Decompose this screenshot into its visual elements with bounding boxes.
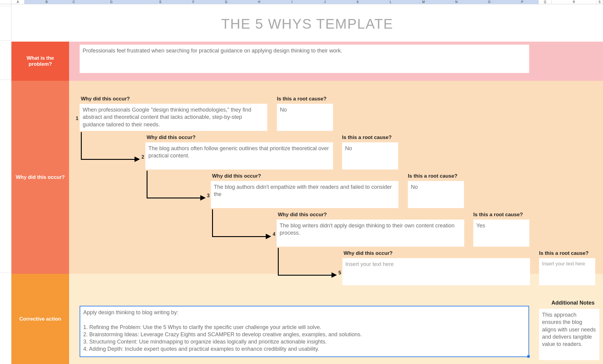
- title-band: THE 5 WHYS TEMPLATE: [11, 6, 603, 42]
- col-hdr-r[interactable]: R: [552, 0, 596, 4]
- why4-root[interactable]: Yes: [473, 220, 529, 247]
- label-why-occur: Why did this occur?: [11, 81, 69, 274]
- why2-question: Why did this occur?: [147, 135, 195, 141]
- why1-text[interactable]: When professionals Google "design thinki…: [80, 104, 267, 131]
- col-hdr-j[interactable]: J: [309, 0, 341, 4]
- row-headers: [0, 4, 11, 364]
- why5-root[interactable]: Insert your text here: [539, 258, 595, 285]
- col-hdr-p[interactable]: P: [506, 0, 539, 4]
- col-hdr-m[interactable]: M: [407, 0, 440, 4]
- why5-text[interactable]: Insert your text here: [342, 258, 530, 285]
- select-all-corner[interactable]: [0, 0, 11, 4]
- label-problem: What is the problem?: [11, 42, 69, 81]
- why4-root-question: Is this a root cause?: [473, 212, 523, 218]
- column-headers: A B C D E F G H I J K L M N O P Q R S: [0, 0, 603, 4]
- why3-text[interactable]: The blog authors didn't empathize with t…: [211, 181, 398, 208]
- col-hdr-g[interactable]: G: [210, 0, 243, 4]
- col-hdr-q[interactable]: Q: [539, 0, 552, 4]
- why5-question: Why did this occur?: [344, 250, 392, 256]
- additional-notes-heading: Additional Notes: [551, 300, 595, 306]
- why2-root-question: Is this a root cause?: [342, 135, 392, 141]
- corrective-action-text[interactable]: Apply design thinking to blog writing by…: [80, 306, 529, 357]
- sheet-content: THE 5 WHYS TEMPLATE What is the problem?…: [11, 6, 603, 364]
- why3-root-question: Is this a root cause?: [408, 173, 457, 179]
- why1-question: Why did this occur?: [81, 96, 130, 102]
- why1-num: 1: [73, 116, 78, 121]
- why5-root-question: Is this a root cause?: [539, 250, 589, 256]
- col-hdr-k[interactable]: K: [341, 0, 374, 4]
- col-hdr-c[interactable]: C: [69, 0, 79, 4]
- why4-text[interactable]: The blog writers didn't apply design thi…: [277, 220, 464, 247]
- col-hdr-l[interactable]: L: [374, 0, 407, 4]
- why5-num: 5: [336, 270, 341, 276]
- why3-question: Why did this occur?: [212, 173, 261, 179]
- why2-text[interactable]: The blog authors often follow generic ou…: [145, 142, 333, 169]
- why4-num: 4: [270, 232, 275, 237]
- why2-root[interactable]: No: [342, 142, 398, 169]
- why1-root-question: Is this a root cause?: [277, 96, 326, 102]
- why3-root[interactable]: No: [408, 181, 464, 208]
- col-hdr-b[interactable]: B: [24, 0, 69, 4]
- col-hdr-s[interactable]: S: [596, 0, 603, 4]
- col-hdr-f[interactable]: F: [177, 0, 210, 4]
- label-corrective: Corrective action: [11, 274, 69, 364]
- why2-num: 2: [139, 154, 144, 160]
- why4-question: Why did this occur?: [278, 212, 327, 218]
- additional-notes-text[interactable]: This approach ensures the blog aligns wi…: [539, 309, 599, 360]
- why1-root[interactable]: No: [277, 104, 333, 131]
- col-hdr-a[interactable]: A: [11, 0, 24, 4]
- page-title: THE 5 WHYS TEMPLATE: [221, 16, 393, 32]
- col-hdr-i[interactable]: I: [276, 0, 309, 4]
- problem-text[interactable]: Professionals feel frustrated when searc…: [80, 45, 529, 73]
- col-hdr-n[interactable]: N: [440, 0, 473, 4]
- spreadsheet-canvas: A B C D E F G H I J K L M N O P Q R S TH…: [0, 0, 603, 364]
- col-hdr-d[interactable]: D: [79, 0, 144, 4]
- selection-handle-icon[interactable]: [527, 355, 530, 358]
- col-hdr-h[interactable]: H: [243, 0, 276, 4]
- col-hdr-o[interactable]: O: [473, 0, 506, 4]
- col-hdr-e[interactable]: E: [144, 0, 177, 4]
- why3-num: 3: [204, 193, 210, 198]
